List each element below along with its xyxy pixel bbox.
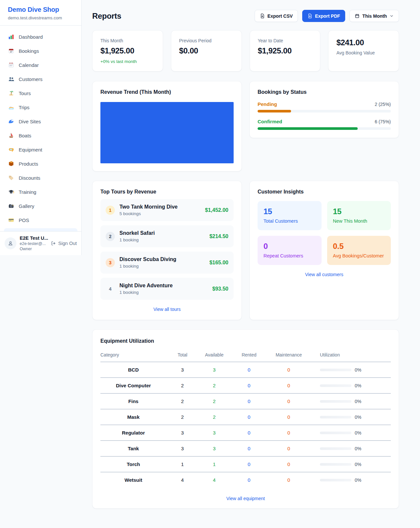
utilization-percent: 0% [355,462,361,467]
equipment-utilization-card: Equipment Utilization CategoryTotalAvail… [92,329,399,509]
insights-row: Top Tours by Revenue 1Two Tank Morning D… [92,181,399,320]
shop-name: Demo Dive Shop [8,6,74,13]
sidebar-item-discounts[interactable]: Discounts [4,171,77,184]
status-count: 6 (75%) [375,119,391,124]
utilization-bar [320,416,351,418]
cell-maintenance: 0 [265,378,312,394]
tour-bookings: 1 booking [119,290,208,295]
utilization-percent: 0% [355,367,361,373]
cell-available: 3 [196,362,233,378]
package-icon [8,160,14,167]
sidebar-item-label: Gallery [19,203,34,209]
utilization-bar [320,479,351,481]
sidebar-item-label: Bookings [19,48,39,54]
sidebar-item-label: Boats [19,133,31,138]
sidebar-item-calendar[interactable]: Calendar [4,58,77,71]
utilization-bar [320,432,351,434]
sidebar-item-training[interactable]: Training [4,185,77,198]
cell-maintenance: 0 [265,457,312,472]
sidebar-item-equipment[interactable]: Equipment [4,143,77,156]
rank-badge: 4 [106,284,115,294]
island-icon [8,90,14,96]
tour-revenue: $1,452.00 [205,207,228,213]
insight-tile-new-this-month: 15New This Month [327,201,391,230]
sidebar-item-products[interactable]: Products [4,157,77,170]
sidebar-item-label: Equipment [19,147,42,152]
sign-out-button[interactable]: Sign Out [51,241,77,246]
cell-rented: 0 [233,472,265,486]
status-count: 2 (25%) [375,102,391,107]
tour-revenue: $93.50 [212,286,228,292]
period-dropdown[interactable]: This Month [349,10,399,22]
cell-category: Mask [100,409,169,425]
cell-utilization: 0% [312,378,391,394]
cell-utilization: 0% [312,472,391,486]
export-csv-button[interactable]: Export CSV [255,10,298,22]
cell-maintenance: 0 [265,472,312,486]
column-header-maintenance: Maintenance [265,349,312,362]
status-progress-fill [258,127,358,130]
user-role: Owner [20,247,48,251]
sidebar: Demo Dive Shop demo.test.divestreams.com… [0,0,82,255]
cell-category: Tank [100,441,169,457]
sidebar-item-bookings[interactable]: 17Bookings [4,44,77,57]
sidebar-item-label: Customers [19,76,43,82]
logout-icon [51,241,56,246]
tour-name: Discover Scuba Diving [119,256,205,262]
rank-badge: 2 [106,232,115,241]
rank-badge: 3 [106,258,115,267]
speedboat-icon [8,104,14,111]
tour-name: Snorkel Safari [119,230,205,236]
user-email: e2e-tester@... [20,241,48,246]
sidebar-item-dive-sites[interactable]: Dive Sites [4,115,77,128]
sidebar-nav: Dashboard17BookingsCalendarCustomersTour… [0,26,81,231]
cell-utilization: 0% [312,425,391,441]
cell-utilization: 0% [312,394,391,409]
cell-category: Dive Computer [100,378,169,394]
view-all-customers-link[interactable]: View all customers [258,272,391,277]
tour-name: Two Tank Morning Dive [119,204,200,210]
insight-value: 15 [263,207,316,216]
utilization-percent: 0% [355,477,361,483]
cell-rented: 0 [233,457,265,472]
sidebar-item-label: Discounts [19,175,40,181]
cell-maintenance: 0 [265,409,312,425]
column-header-rented: Rented [233,349,265,362]
table-row: BCD33000% [100,362,391,378]
status-progress-track [258,127,391,130]
status-row-confirmed: Confirmed6 (75%) [258,119,391,130]
table-row: Mask22000% [100,409,391,425]
active-item-peek [4,228,77,231]
wave-icon [8,118,14,125]
avatar [5,237,16,249]
view-all-equipment-link[interactable]: View all equipment [100,496,391,501]
sidebar-item-trips[interactable]: Trips [4,101,77,114]
revenue-trend-title: Revenue Trend (This Month) [100,89,234,95]
sidebar-item-label: Dashboard [19,34,43,40]
utilization-percent: 0% [355,415,361,420]
dive-mask-icon [8,146,14,153]
app-root: Demo Dive Shop demo.test.divestreams.com… [0,0,420,528]
export-pdf-button[interactable]: Export PDF [302,10,345,22]
equipment-title: Equipment Utilization [100,338,391,344]
view-all-tours-link[interactable]: View all tours [100,307,234,312]
svg-text:17: 17 [10,51,12,53]
utilization-percent: 0% [355,383,361,388]
cell-rented: 0 [233,441,265,457]
stat-card-avg-booking: $241.00 Avg Booking Value [328,30,399,71]
cell-available: 3 [196,425,233,441]
cell-total: 3 [169,425,196,441]
sidebar-item-boats[interactable]: Boats [4,129,77,142]
tour-row: 1Two Tank Morning Dive5 bookings$1,452.0… [100,199,234,221]
sidebar-item-pos[interactable]: POS [4,213,77,227]
tour-row: 3Discover Scuba Diving1 booking$165.00 [100,252,234,274]
column-header-total: Total [169,349,196,362]
cell-maintenance: 0 [265,394,312,409]
utilization-bar [320,447,351,450]
tour-list: 1Two Tank Morning Dive5 bookings$1,452.0… [100,199,234,300]
sidebar-item-tours[interactable]: Tours [4,87,77,100]
sidebar-item-dashboard[interactable]: Dashboard [4,30,77,43]
sidebar-item-customers[interactable]: Customers [4,72,77,86]
sidebar-item-label: Calendar [19,62,39,68]
sidebar-item-gallery[interactable]: Gallery [4,199,77,213]
